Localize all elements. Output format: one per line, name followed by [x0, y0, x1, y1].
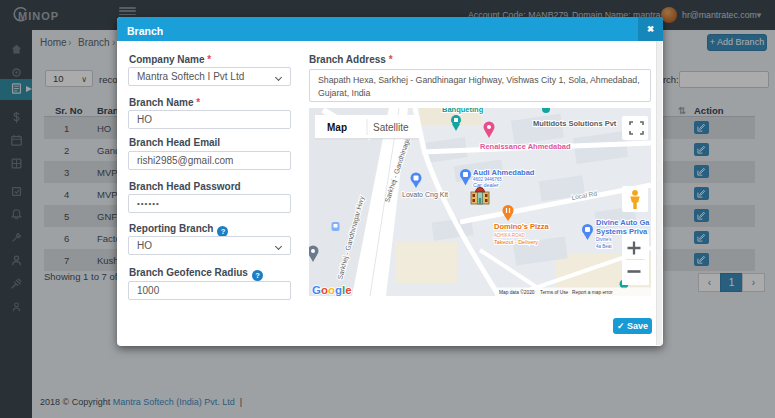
svg-text:Banqueting: Banqueting: [442, 108, 484, 114]
svg-text:Divine Auto Ga: Divine Auto Ga: [596, 218, 650, 227]
svg-text:Renaissance Ahmedabad: Renaissance Ahmedabad: [480, 142, 571, 151]
svg-text:Map data ©2020: Map data ©2020: [499, 289, 535, 295]
svg-text:Lovato Cng Kit: Lovato Cng Kit: [402, 191, 448, 199]
svg-text:4602 9446765: 4602 9446765: [473, 177, 502, 182]
svg-text:4a Beat: 4a Beat: [596, 244, 612, 249]
svg-text:Divine's: Divine's: [596, 237, 612, 242]
svg-text:Google: Google: [312, 284, 352, 296]
svg-text:Report a map error: Report a map error: [572, 290, 613, 295]
svg-text:Terms of Use: Terms of Use: [540, 290, 569, 295]
svg-text:Takeout - Delivery: Takeout - Delivery: [494, 239, 538, 245]
svg-text:Multidots Solutions Pvt: Multidots Solutions Pvt: [533, 119, 617, 128]
svg-text:Domino's Pizza: Domino's Pizza: [494, 222, 550, 231]
svg-text:Car dealer: Car dealer: [473, 182, 499, 188]
svg-text:Map: Map: [327, 122, 347, 133]
svg-text:Satellite: Satellite: [373, 122, 409, 133]
svg-text:ADHIKA ROAD: ADHIKA ROAD: [494, 233, 526, 238]
